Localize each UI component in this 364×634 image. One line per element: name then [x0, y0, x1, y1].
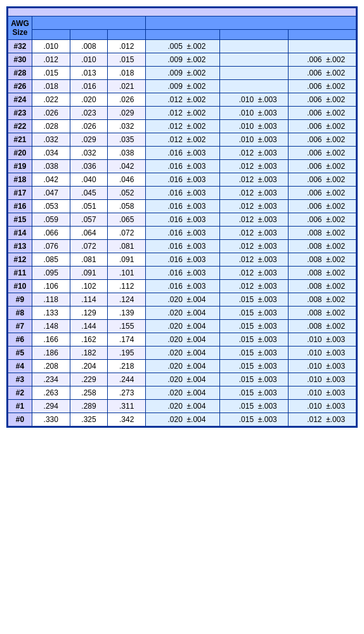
awg-cell: #30: [8, 53, 32, 67]
awg-cell: #23: [8, 107, 32, 120]
min-cell: .013: [70, 67, 108, 80]
max-cell: .015: [108, 53, 146, 67]
std-wall-cell: .016 ±.003: [146, 200, 220, 213]
table-row: #12.085.081.091.016 ±.003.012 ±.003.008 …: [8, 253, 356, 267]
light-wall-cell: .008 ±.002: [288, 307, 356, 320]
table-row: #9.118.114.124.020 ±.004.015 ±.003.008 ±…: [8, 293, 356, 307]
nom-cell: .118: [32, 293, 70, 307]
awg-cell: #7: [8, 320, 32, 333]
min-cell: .010: [70, 53, 108, 67]
thin-wall-cell: .012 ±.003: [220, 267, 288, 280]
nom-cell: .022: [32, 93, 70, 107]
std-wall-cell: .016 ±.003: [146, 187, 220, 200]
thin-wall-cell: .015 ±.003: [220, 307, 288, 320]
thin-wall-cell: .015 ±.003: [220, 373, 288, 386]
nom-cell: .038: [32, 160, 70, 173]
nom-cell: .095: [32, 267, 70, 280]
nom-cell: .053: [32, 200, 70, 213]
max-cell: .342: [108, 413, 146, 426]
main-container: AWGSize #32.010.008.012.005 ±.002#30.012…: [6, 6, 358, 428]
header-sub-row: [8, 29, 356, 39]
awg-cell: #19: [8, 160, 32, 173]
nom-cell: .012: [32, 53, 70, 67]
std-wall-header: [146, 29, 220, 39]
thin-wall-cell: .010 ±.003: [220, 133, 288, 147]
min-cell: .114: [70, 293, 108, 307]
max-cell: .021: [108, 80, 146, 93]
nom-cell: .026: [32, 107, 70, 120]
table-row: #21.032.029.035.012 ±.002.010 ±.003.006 …: [8, 133, 356, 147]
light-wall-cell: .012 ±.003: [288, 413, 356, 426]
light-wall-cell: .006 ±.002: [288, 200, 356, 213]
std-wall-cell: .012 ±.002: [146, 133, 220, 147]
max-cell: .029: [108, 107, 146, 120]
thin-wall-cell: .010 ±.003: [220, 120, 288, 133]
min-cell: .026: [70, 120, 108, 133]
thin-wall-cell: [220, 67, 288, 80]
std-wall-cell: .012 ±.002: [146, 93, 220, 107]
min-cell: .229: [70, 373, 108, 386]
nom-cell: .166: [32, 333, 70, 347]
max-cell: .155: [108, 320, 146, 333]
thin-wall-cell: .012 ±.003: [220, 280, 288, 293]
table-row: #3.234.229.244.020 ±.004.015 ±.003.010 ±…: [8, 373, 356, 386]
awg-cell: #16: [8, 200, 32, 213]
awg-cell: #21: [8, 133, 32, 147]
max-cell: .012: [108, 40, 146, 53]
light-wall-cell: .010 ±.003: [288, 347, 356, 360]
nom-cell: .085: [32, 253, 70, 267]
nom-cell: .148: [32, 320, 70, 333]
light-wall-header: [288, 29, 356, 39]
light-wall-cell: .010 ±.003: [288, 400, 356, 413]
light-wall-cell: .010 ±.003: [288, 373, 356, 386]
nom-cell: .133: [32, 307, 70, 320]
min-cell: .036: [70, 160, 108, 173]
awg-cell: #17: [8, 187, 32, 200]
min-cell: .258: [70, 386, 108, 400]
std-wall-cell: .020 ±.004: [146, 333, 220, 347]
light-wall-cell: .006 ±.002: [288, 187, 356, 200]
std-wall-cell: .012 ±.002: [146, 120, 220, 133]
nom-cell: .015: [32, 67, 70, 80]
max-cell: .124: [108, 293, 146, 307]
max-cell: .174: [108, 333, 146, 347]
thin-wall-cell: [220, 53, 288, 67]
nom-cell: .028: [32, 120, 70, 133]
min-cell: .129: [70, 307, 108, 320]
min-cell: .020: [70, 93, 108, 107]
max-cell: .038: [108, 147, 146, 160]
std-wall-cell: .020 ±.004: [146, 360, 220, 373]
min-cell: .008: [70, 40, 108, 53]
awg-cell: #24: [8, 93, 32, 107]
table-row: #0.330.325.342.020 ±.004.015 ±.003.012 ±…: [8, 413, 356, 426]
table-row: #30.012.010.015.009 ±.002.006 ±.002: [8, 53, 356, 67]
min-cell: .182: [70, 347, 108, 360]
min-cell: .045: [70, 187, 108, 200]
light-wall-cell: .006 ±.002: [288, 93, 356, 107]
nom-cell: .330: [32, 413, 70, 426]
std-wall-cell: .009 ±.002: [146, 80, 220, 93]
table-row: #28.015.013.018.009 ±.002.006 ±.002: [8, 67, 356, 80]
table-body: #32.010.008.012.005 ±.002#30.012.010.015…: [8, 40, 356, 426]
light-wall-cell: [288, 40, 356, 53]
thin-wall-cell: .015 ±.003: [220, 413, 288, 426]
std-wall-cell: .009 ±.002: [146, 67, 220, 80]
min-cell: .289: [70, 400, 108, 413]
thin-wall-cell: .012 ±.003: [220, 253, 288, 267]
light-wall-cell: .010 ±.003: [288, 360, 356, 373]
min-cell: .051: [70, 200, 108, 213]
min-cell: .032: [70, 147, 108, 160]
nom-cell: .106: [32, 280, 70, 293]
table-row: #16.053.051.058.016 ±.003.012 ±.003.006 …: [8, 200, 356, 213]
table-row: #17.047.045.052.016 ±.003.012 ±.003.006 …: [8, 187, 356, 200]
std-wall-cell: .016 ±.003: [146, 213, 220, 227]
light-wall-cell: .006 ±.002: [288, 80, 356, 93]
light-wall-cell: .006 ±.002: [288, 160, 356, 173]
max-header: [108, 29, 146, 39]
max-cell: .018: [108, 67, 146, 80]
light-wall-cell: .008 ±.002: [288, 320, 356, 333]
nom-cell: .018: [32, 80, 70, 93]
std-wall-cell: .016 ±.003: [146, 227, 220, 240]
light-wall-cell: .006 ±.002: [288, 133, 356, 147]
awg-cell: #0: [8, 413, 32, 426]
